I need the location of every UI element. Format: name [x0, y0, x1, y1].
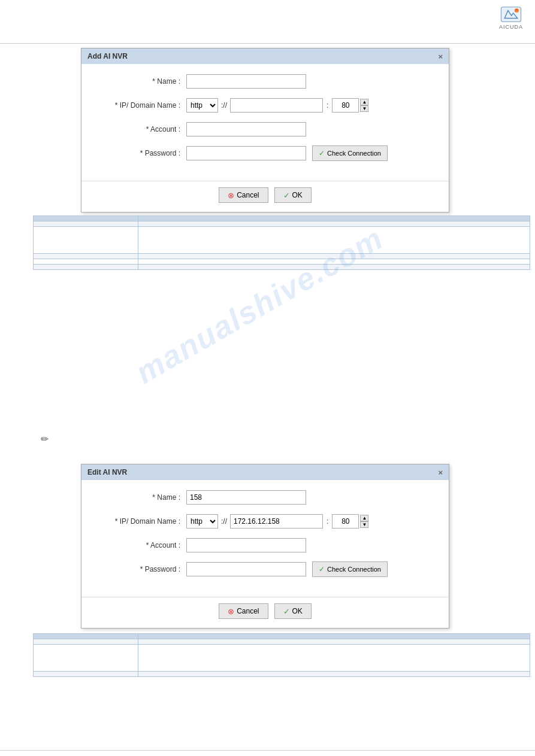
- logo-box: AICUDA: [496, 6, 526, 30]
- add-port-input[interactable]: [332, 98, 359, 113]
- add-account-row: * Account :: [93, 121, 437, 138]
- add-cancel-icon: ⊗: [228, 191, 234, 200]
- edit-nvr-dialog-title: Edit AI NVR: [87, 468, 127, 476]
- edit-name-label: * Name :: [93, 493, 186, 502]
- edit-nvr-close-button[interactable]: ×: [438, 469, 443, 476]
- table2-row1-col1: [34, 639, 138, 645]
- table2: [33, 633, 530, 677]
- table-row: [34, 265, 530, 270]
- add-proto-select[interactable]: http https: [186, 98, 218, 113]
- table1-row3-col1: [34, 254, 138, 259]
- add-account-input[interactable]: [186, 122, 306, 136]
- table1-row2-col1: [34, 227, 138, 254]
- add-proto-sep: ://: [221, 101, 227, 110]
- edit-ok-icon: ✓: [283, 607, 290, 616]
- table1-row3-col2: [138, 254, 530, 259]
- edit-nvr-dialog-header: Edit AI NVR ×: [81, 464, 449, 480]
- table2-row1-col2: [138, 639, 530, 645]
- edit-ip-row: * IP/ Domain Name : http https :// : ▲ ▼: [93, 513, 437, 530]
- table1-col2-header: [138, 216, 530, 221]
- add-ip-row: * IP/ Domain Name : http https :// : ▲ ▼: [93, 97, 437, 114]
- table1-col1-header: [34, 216, 138, 221]
- edit-icon[interactable]: ✏: [41, 434, 49, 444]
- table-row: [34, 672, 530, 677]
- table1-header: [34, 216, 530, 221]
- add-port-colon: :: [327, 101, 328, 110]
- add-check-connection-button[interactable]: ✓ Check Connection: [312, 145, 388, 161]
- edit-account-input[interactable]: [186, 538, 306, 552]
- table1-row5-col1: [34, 265, 138, 270]
- add-name-input[interactable]: [186, 74, 306, 89]
- logo-label: AICUDA: [499, 24, 523, 30]
- add-nvr-dialog-header: Add AI NVR ×: [81, 48, 449, 64]
- aicuda-logo-icon: [500, 6, 522, 23]
- table-row: [34, 254, 530, 259]
- edit-icon-area: ✏: [41, 433, 49, 445]
- add-nvr-dialog-body: * Name : * IP/ Domain Name : http https …: [81, 64, 449, 178]
- add-cancel-button[interactable]: ⊗ Cancel: [219, 187, 268, 203]
- add-nvr-close-button[interactable]: ×: [438, 53, 443, 60]
- table1-row4-col1: [34, 259, 138, 265]
- table2-col1-header: [34, 634, 138, 639]
- edit-ip-controls: http https :// : ▲ ▼: [186, 514, 368, 529]
- edit-proto-select[interactable]: http https: [186, 514, 218, 529]
- table1-header-row: [34, 216, 530, 221]
- add-password-input[interactable]: [186, 146, 306, 160]
- edit-proto-sep: ://: [221, 517, 227, 526]
- table2-col2-header: [138, 634, 530, 639]
- table1-row2-col2: [138, 227, 530, 254]
- edit-ip-input[interactable]: [230, 514, 323, 529]
- add-port-spinners: ▲ ▼: [360, 99, 368, 112]
- table1-row4-col2: [138, 259, 530, 265]
- edit-name-input[interactable]: [186, 490, 306, 505]
- add-cancel-label: Cancel: [237, 191, 259, 199]
- table-row: [34, 221, 530, 227]
- table1-row5-col2: [138, 265, 530, 270]
- edit-check-connection-label: Check Connection: [327, 566, 381, 573]
- edit-ip-label: * IP/ Domain Name :: [93, 517, 186, 526]
- edit-check-connection-button[interactable]: ✓ Check Connection: [312, 561, 388, 577]
- edit-nvr-dialog-body: * Name : * IP/ Domain Name : http https …: [81, 480, 449, 594]
- add-check-icon: ✓: [319, 149, 325, 157]
- bottom-rule: [0, 750, 535, 751]
- edit-account-label: * Account :: [93, 541, 186, 549]
- add-port-up-button[interactable]: ▲: [360, 99, 368, 105]
- edit-name-row: * Name :: [93, 489, 437, 506]
- edit-cancel-label: Cancel: [237, 607, 259, 615]
- edit-nvr-dialog: Edit AI NVR × * Name : * IP/ Domain Name…: [81, 464, 449, 629]
- edit-password-input[interactable]: [186, 562, 306, 576]
- edit-port-spinners: ▲ ▼: [360, 515, 368, 528]
- table-row: [34, 227, 530, 254]
- add-name-label: * Name :: [93, 77, 186, 86]
- add-check-connection-label: Check Connection: [327, 150, 381, 157]
- edit-port-input[interactable]: [332, 514, 359, 529]
- edit-port-up-button[interactable]: ▲: [360, 515, 368, 521]
- add-ip-input[interactable]: [230, 98, 323, 113]
- edit-ok-button[interactable]: ✓ OK: [274, 603, 312, 619]
- table1: [33, 215, 530, 270]
- edit-port-colon: :: [327, 517, 328, 526]
- top-rule: [0, 43, 535, 44]
- table-row: [34, 639, 530, 645]
- table1-row1-col1: [34, 221, 138, 227]
- table2-row2-col1: [34, 645, 138, 672]
- add-port-down-button[interactable]: ▼: [360, 105, 368, 112]
- svg-point-1: [515, 8, 519, 13]
- edit-account-row: * Account :: [93, 537, 437, 554]
- add-ok-button[interactable]: ✓ OK: [274, 187, 312, 203]
- edit-password-row: * Password : ✓ Check Connection: [93, 561, 437, 578]
- table-row: [34, 259, 530, 265]
- edit-password-label: * Password :: [93, 565, 186, 573]
- edit-cancel-button[interactable]: ⊗ Cancel: [219, 603, 268, 619]
- add-port-group: ▲ ▼: [332, 98, 368, 113]
- edit-port-group: ▲ ▼: [332, 514, 368, 529]
- add-password-row: * Password : ✓ Check Connection: [93, 145, 437, 162]
- add-password-label: * Password :: [93, 149, 186, 157]
- edit-check-icon: ✓: [319, 565, 325, 573]
- edit-cancel-icon: ⊗: [228, 607, 234, 616]
- add-name-row: * Name :: [93, 73, 437, 90]
- add-nvr-dialog-title: Add AI NVR: [87, 52, 128, 60]
- edit-port-down-button[interactable]: ▼: [360, 521, 368, 528]
- add-account-label: * Account :: [93, 125, 186, 133]
- table2-header-row: [34, 634, 530, 639]
